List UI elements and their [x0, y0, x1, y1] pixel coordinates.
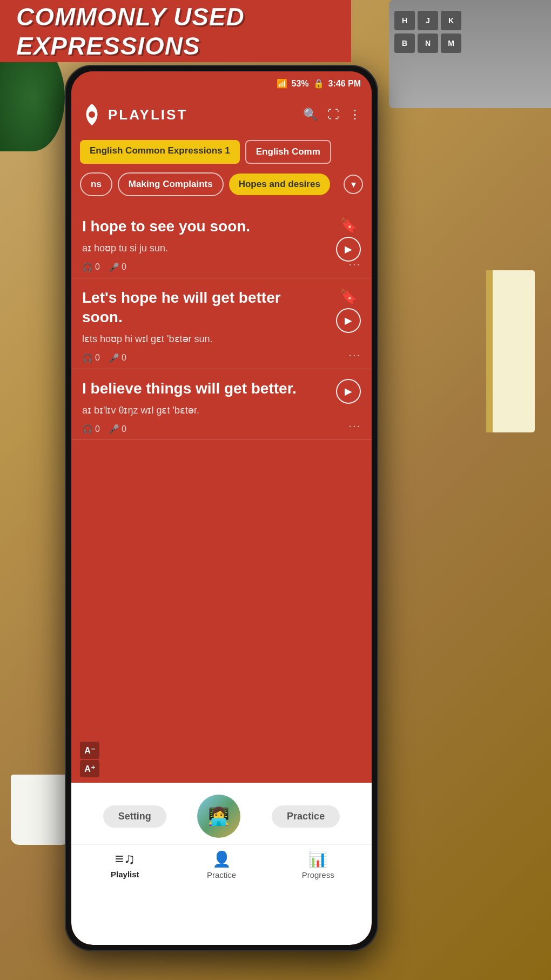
tabs-row1: English Common Expressions 1 English Com… — [71, 134, 372, 168]
headphone-icon-3: 🎧 — [82, 424, 93, 434]
bookmark-icon-2[interactable]: 🔖 — [340, 288, 357, 305]
speak-count-1: 🎤 0 — [109, 262, 126, 272]
app-header: PLAYLIST 🔍 ⛶ ⋮ — [71, 96, 372, 134]
card-controls-1: 🎧 0 🎤 0 — [82, 262, 361, 272]
card-actions-1: 🔖 ▶ — [336, 217, 361, 262]
lock-icon: 🔒 — [313, 78, 324, 89]
mic-icon-2: 🎤 — [109, 353, 119, 363]
nav-label-progress: Progress — [302, 870, 334, 879]
listen-count-2: 🎧 0 — [82, 353, 100, 363]
font-decrease-button[interactable]: A⁻ — [80, 742, 99, 759]
nav-label-practice: Practice — [207, 870, 236, 879]
progress-icon: 📊 — [308, 850, 327, 868]
nav-label-playlist: Playlist — [111, 870, 139, 879]
player-row: Setting 👩‍💻 Practice — [71, 783, 372, 844]
more-options-1[interactable]: ··· — [348, 258, 361, 270]
phrase-text-3: I believe things will get better. — [82, 379, 361, 398]
nav-item-playlist[interactable]: ≡♫ Playlist — [77, 850, 173, 879]
listen-count-3: 🎧 0 — [82, 424, 100, 434]
status-bar: 📶 53% 🔒 3:46 PM — [71, 71, 372, 96]
coffee-decoration — [11, 775, 70, 845]
more-options-2[interactable]: ··· — [348, 349, 361, 361]
keyboard-decoration: HJK BNM — [389, 0, 551, 108]
tab-making-complaints[interactable]: Making Complaints — [118, 172, 224, 196]
mic-icon-3: 🎤 — [109, 424, 119, 434]
practice-nav-icon: 👤 — [212, 850, 231, 868]
tabs-row2: ns Making Complaints Hopes and desires ▾ — [71, 168, 372, 202]
signal-percent: 53% — [292, 79, 309, 89]
tabs-dropdown-button[interactable]: ▾ — [344, 175, 363, 194]
play-button-2[interactable]: ▶ — [336, 308, 361, 333]
speak-count-2: 🎤 0 — [109, 353, 126, 363]
banner-text: COMMONLY USED EXPRESSIONS — [16, 2, 335, 61]
bookmark-icon-1[interactable]: 🔖 — [340, 217, 357, 234]
header-icons: 🔍 ⛶ ⋮ — [303, 108, 361, 122]
card-controls-2: 🎧 0 🎤 0 — [82, 353, 361, 363]
tab-english-common-1[interactable]: English Common Expressions 1 — [80, 140, 240, 164]
listen-count-1: 🎧 0 — [82, 262, 100, 272]
phonetic-text-1: aɪ hoʊp tu si ju sun. — [82, 242, 361, 255]
phrase-card-3: I believe things will get better. ▶ aɪ b… — [71, 369, 372, 441]
phone-frame: 📶 53% 🔒 3:46 PM PLAYLIST 🔍 ⛶ ⋮ English C… — [65, 65, 378, 951]
font-increase-button[interactable]: A⁺ — [80, 760, 99, 777]
app-title: PLAYLIST — [108, 106, 297, 123]
banner: COMMONLY USED EXPRESSIONS — [0, 0, 351, 62]
phrase-text-1: I hope to see you soon. — [82, 217, 361, 236]
phrase-text-2: Let's hope he will get better soon. — [82, 288, 361, 328]
more-icon[interactable]: ⋮ — [349, 108, 361, 122]
headphone-icon: 🎧 — [82, 262, 93, 272]
more-options-3[interactable]: ··· — [348, 419, 361, 432]
play-button-3[interactable]: ▶ — [336, 379, 361, 404]
card-actions-2: 🔖 ▶ — [336, 288, 361, 333]
setting-button[interactable]: Setting — [103, 805, 166, 828]
avatar-image: 👩‍💻 — [208, 806, 230, 826]
player-avatar[interactable]: 👩‍💻 — [197, 795, 240, 838]
nav-item-progress[interactable]: 📊 Progress — [270, 850, 366, 879]
phonetic-text-3: aɪ bɪ'lɪv θɪŋz wɪl gɛt 'bɛtər. — [82, 404, 361, 417]
content-area: I hope to see you soon. 🔖 ▶ aɪ hoʊp tu s… — [71, 202, 372, 445]
signal-icon: 📶 — [277, 78, 287, 89]
fullscreen-icon[interactable]: ⛶ — [327, 108, 339, 122]
phrase-card-1: I hope to see you soon. 🔖 ▶ aɪ hoʊp tu s… — [71, 207, 372, 278]
tab-hopes-desires[interactable]: Hopes and desires — [229, 174, 330, 195]
speak-count-3: 🎤 0 — [109, 424, 126, 434]
nav-bar: ≡♫ Playlist 👤 Practice 📊 Progress — [71, 844, 372, 879]
app-logo-icon — [82, 103, 102, 126]
tab-english-common-2[interactable]: English Comm — [245, 140, 331, 164]
phonetic-text-2: lɛts hoʊp hi wɪl gɛt 'bɛtər sun. — [82, 332, 361, 346]
headphone-icon-2: 🎧 — [82, 353, 93, 363]
phrase-card-2: Let's hope he will get better soon. 🔖 ▶ … — [71, 278, 372, 369]
practice-button[interactable]: Practice — [272, 805, 340, 828]
font-size-controls: A⁻ A⁺ — [80, 742, 99, 777]
search-icon[interactable]: 🔍 — [303, 108, 318, 122]
time-display: 3:46 PM — [328, 79, 361, 89]
bottom-panel: Setting 👩‍💻 Practice ≡♫ Playlist 👤 Pract… — [71, 783, 372, 945]
playlist-icon: ≡♫ — [115, 850, 135, 868]
notebook-decoration — [486, 270, 535, 432]
phone-screen: 📶 53% 🔒 3:46 PM PLAYLIST 🔍 ⛶ ⋮ English C… — [71, 71, 372, 945]
nav-item-practice[interactable]: 👤 Practice — [173, 850, 270, 879]
mic-icon: 🎤 — [109, 262, 119, 272]
svg-point-0 — [89, 111, 95, 118]
tab-ns[interactable]: ns — [80, 172, 112, 196]
card-controls-3: 🎧 0 🎤 0 — [82, 424, 361, 434]
card-actions-3: ▶ — [336, 379, 361, 404]
